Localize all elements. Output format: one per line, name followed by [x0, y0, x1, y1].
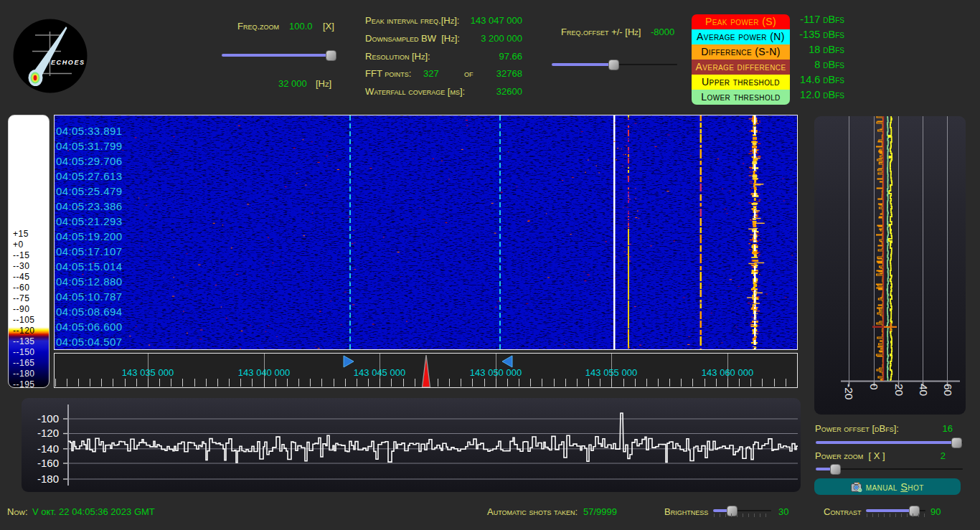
svg-text:ECHOES: ECHOES [51, 59, 85, 66]
